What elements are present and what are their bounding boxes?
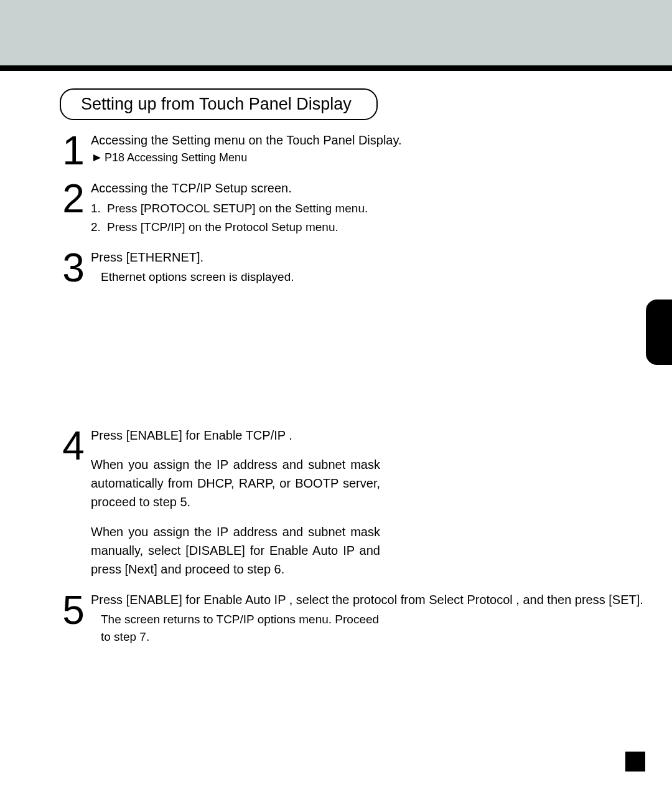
step-3-title: Press [ETHERNET]. (91, 248, 672, 266)
step-3: 3 Press [ETHERNET]. Ethernet options scr… (60, 248, 672, 286)
side-tab-marker (646, 300, 672, 365)
step-4-body: Press [ENABLE] for Enable TCP/IP . When … (91, 427, 672, 578)
step-1-title: Accessing the Setting menu on the Touch … (91, 131, 672, 149)
step-number-2: 2 (60, 179, 87, 215)
step-3-note: Ethernet options screen is displayed. (101, 268, 672, 286)
step-4-paragraph-2: When you assign the IP address and subne… (91, 522, 380, 578)
page-corner-marker (625, 752, 645, 772)
substep-text: Press [TCP/IP] on the Protocol Setup men… (107, 218, 338, 236)
step-1-body: Accessing the Setting menu on the Touch … (91, 131, 672, 164)
step-2-substeps: 1. Press [PROTOCOL SETUP] on the Setting… (91, 199, 672, 236)
section-heading: Setting up from Touch Panel Display (60, 88, 378, 120)
substep-text: Press [PROTOCOL SETUP] on the Setting me… (107, 199, 368, 217)
step-1-reference: P18 Accessing Setting Menu (93, 151, 672, 164)
step-5-title: Press [ENABLE] for Enable Auto IP , sele… (91, 591, 672, 608)
step-number-5: 5 (60, 591, 87, 626)
page-content: Setting up from Touch Panel Display 1 Ac… (0, 71, 672, 646)
substep-number: 2. (91, 218, 107, 236)
step-number-1: 1 (60, 131, 87, 167)
step-4-title: Press [ENABLE] for Enable TCP/IP . (91, 427, 380, 444)
step-1: 1 Accessing the Setting menu on the Touc… (60, 131, 672, 167)
step-5-body: Press [ENABLE] for Enable Auto IP , sele… (91, 591, 672, 646)
step-1-reference-text: P18 Accessing Setting Menu (105, 151, 247, 164)
top-horizontal-rule (0, 65, 672, 71)
step-4: 4 Press [ENABLE] for Enable TCP/IP . Whe… (60, 427, 672, 578)
step-3-body: Press [ETHERNET]. Ethernet options scree… (91, 248, 672, 286)
step-5: 5 Press [ENABLE] for Enable Auto IP , se… (60, 591, 672, 646)
step-2-substep-1: 1. Press [PROTOCOL SETUP] on the Setting… (91, 199, 672, 217)
step-2-body: Accessing the TCP/IP Setup screen. 1. Pr… (91, 179, 672, 236)
step-2-title: Accessing the TCP/IP Setup screen. (91, 179, 672, 197)
step-2-substep-2: 2. Press [TCP/IP] on the Protocol Setup … (91, 218, 672, 236)
step-2: 2 Accessing the TCP/IP Setup screen. 1. … (60, 179, 672, 236)
reference-arrow-icon (93, 151, 102, 164)
substep-number: 1. (91, 199, 107, 217)
svg-marker-0 (93, 154, 101, 161)
step-4-paragraph-1: When you assign the IP address and subne… (91, 455, 380, 511)
step-number-4: 4 (60, 427, 87, 462)
step-number-3: 3 (60, 248, 87, 284)
top-gray-band (0, 0, 672, 65)
step-5-note: The screen returns to TCP/IP options men… (101, 611, 381, 646)
